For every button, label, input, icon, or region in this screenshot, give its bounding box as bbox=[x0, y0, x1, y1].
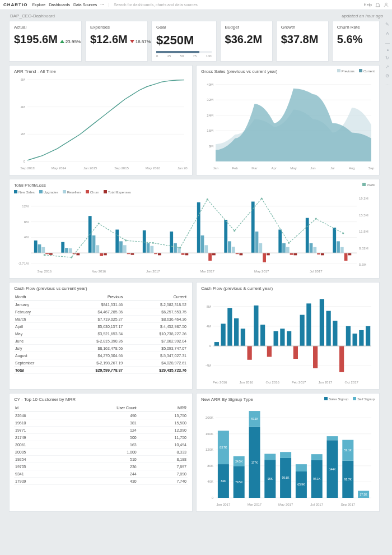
top-nav: Explore Dashboards Data Sources ⋯ bbox=[32, 3, 104, 7]
svg-text:Jan 2015: Jan 2015 bbox=[83, 166, 97, 170]
svg-text:Nov 2016: Nov 2016 bbox=[91, 270, 106, 273]
svg-text:Jul: Jul bbox=[330, 166, 335, 170]
svg-text:5.5M: 5.5M bbox=[359, 263, 366, 266]
user-icon[interactable] bbox=[384, 2, 389, 8]
svg-rect-70 bbox=[337, 241, 340, 253]
svg-text:12M: 12M bbox=[22, 205, 29, 208]
table-row: June$-2,815,390.26$7,062,992.04 bbox=[14, 337, 188, 345]
help-link[interactable]: Help bbox=[364, 3, 372, 7]
svg-rect-197 bbox=[296, 464, 307, 471]
svg-rect-51 bbox=[143, 230, 146, 253]
svg-rect-89 bbox=[208, 253, 212, 261]
svg-text:95K: 95K bbox=[268, 477, 273, 480]
nav-dashboards[interactable]: Dashboards bbox=[49, 3, 70, 7]
svg-text:177K: 177K bbox=[251, 461, 258, 464]
svg-text:Oct 2017: Oct 2017 bbox=[345, 381, 359, 384]
edit-icon[interactable]: ✎ bbox=[385, 22, 390, 26]
table-row: February$4,467,285.36$6,257,553.75 bbox=[14, 308, 188, 316]
svg-text:Jun 2016: Jun 2016 bbox=[239, 381, 253, 384]
search-input[interactable]: Search for dashboards, charts and data s… bbox=[109, 3, 359, 7]
svg-rect-143 bbox=[274, 331, 278, 346]
kpi-churn[interactable]: Churn Rate 5.6% bbox=[332, 21, 380, 62]
svg-rect-54 bbox=[224, 220, 227, 253]
svg-rect-53 bbox=[197, 202, 200, 253]
svg-text:200K: 200K bbox=[206, 416, 213, 419]
kpi-label: Growth bbox=[281, 25, 324, 30]
page-header: DAP_CEO-Dashboard updated an hour ago bbox=[0, 10, 392, 21]
cashflow-table-card[interactable]: Cash Flow (previous vs current year) Mon… bbox=[9, 282, 193, 390]
svg-rect-136 bbox=[227, 308, 232, 346]
table-row: May$3,521,653.34$10,738,227.26 bbox=[14, 330, 188, 337]
svg-point-112 bbox=[179, 247, 181, 248]
kpi-expenses[interactable]: Expenses $12.6M 18.87% bbox=[85, 21, 148, 62]
svg-text:144K: 144K bbox=[329, 468, 336, 471]
svg-rect-66 bbox=[228, 241, 231, 253]
chart-cashflow[interactable]: Cash Flow (previous & current year) -4M0… bbox=[196, 282, 380, 390]
logo[interactable]: CHARTIO bbox=[3, 2, 27, 7]
table-row: 200051,0008,333 bbox=[14, 448, 188, 456]
more-icon[interactable]: ⋯ bbox=[385, 82, 390, 87]
top10-card[interactable]: CY - Top 10 Customer by MRR Id User Coun… bbox=[9, 393, 193, 512]
kpi-growth[interactable]: Growth $37.8M bbox=[276, 21, 329, 62]
kpi-budget[interactable]: Budget $36.2M bbox=[220, 21, 273, 62]
svg-point-110 bbox=[125, 239, 127, 241]
table-row: September$-2,198,267.19$4,028,972.61 bbox=[14, 359, 188, 367]
profit-legend-right: Profit bbox=[362, 183, 375, 187]
svg-rect-96 bbox=[76, 253, 80, 255]
kpi-goal[interactable]: Goal $250M 0 25 50 75 100 bbox=[151, 21, 217, 62]
kpi-label: Budget bbox=[225, 25, 268, 30]
table-row: 2174950011,750 bbox=[14, 434, 188, 441]
kpi-value: $37.8M bbox=[281, 33, 319, 46]
svg-rect-91 bbox=[263, 253, 266, 262]
svg-rect-81 bbox=[313, 247, 316, 253]
text-tool-icon[interactable]: A bbox=[386, 31, 389, 36]
svg-text:84K: 84K bbox=[221, 479, 226, 483]
svg-text:8M: 8M bbox=[209, 145, 213, 148]
chart-new-arr[interactable]: New ARR By Signup Type Sales Signup Self… bbox=[196, 393, 380, 512]
svg-rect-85 bbox=[100, 253, 103, 256]
cashflow-bar-chart: -4M04M8MFeb 2016Jun 2016Oct 2016Feb 2017… bbox=[201, 293, 375, 386]
svg-rect-61 bbox=[92, 235, 96, 253]
nav-explore[interactable]: Explore bbox=[32, 3, 45, 7]
svg-rect-80 bbox=[286, 247, 290, 253]
table-row: April$5,630,157.17$-4,452,987.50 bbox=[14, 323, 188, 330]
settings-icon[interactable]: ⚙ bbox=[385, 73, 390, 78]
svg-text:120K: 120K bbox=[206, 448, 213, 451]
svg-rect-100 bbox=[185, 253, 188, 255]
svg-text:Aug: Aug bbox=[349, 166, 355, 170]
notifications-icon[interactable] bbox=[375, 2, 380, 8]
svg-rect-82 bbox=[340, 247, 344, 253]
svg-rect-104 bbox=[293, 253, 297, 255]
svg-text:Jan 2017: Jan 2017 bbox=[178, 166, 188, 170]
link-icon[interactable]: — bbox=[385, 40, 390, 45]
kpi-label: Actual bbox=[14, 25, 77, 30]
svg-rect-137 bbox=[234, 318, 239, 346]
svg-rect-142 bbox=[267, 346, 272, 357]
table-row: 1961038115,500 bbox=[14, 419, 188, 427]
kpi-actual[interactable]: Actual $195.6M 23.95% bbox=[9, 21, 82, 62]
gross-legend: Previous Current bbox=[337, 69, 375, 73]
share-icon[interactable]: ↗ bbox=[385, 64, 390, 69]
svg-rect-153 bbox=[339, 346, 344, 372]
svg-rect-48 bbox=[61, 242, 64, 253]
svg-text:79.5K: 79.5K bbox=[235, 480, 243, 484]
chart-gross-sales[interactable]: Gross Sales (previous vs current year) P… bbox=[196, 65, 380, 175]
svg-rect-69 bbox=[310, 243, 313, 253]
refresh-icon[interactable]: ↻ bbox=[385, 55, 390, 60]
nav-more[interactable]: ⋯ bbox=[100, 3, 104, 7]
chart-arr-trend[interactable]: ARR Trend - All Time 02M4M6MSep 2013May … bbox=[9, 65, 193, 175]
svg-text:24M: 24M bbox=[207, 114, 213, 117]
svg-text:0: 0 bbox=[209, 344, 212, 348]
svg-rect-155 bbox=[353, 334, 357, 346]
svg-rect-94 bbox=[344, 253, 348, 261]
svg-text:8.02M: 8.02M bbox=[359, 247, 368, 250]
svg-rect-203 bbox=[326, 436, 338, 440]
svg-rect-92 bbox=[290, 253, 293, 255]
svg-rect-99 bbox=[158, 253, 161, 255]
svg-rect-79 bbox=[259, 243, 262, 253]
svg-text:11.8M: 11.8M bbox=[359, 230, 368, 233]
chart-profit-loss[interactable]: Total Profit/Loss New Sales Upgrades Res… bbox=[9, 179, 380, 279]
svg-rect-64 bbox=[174, 243, 177, 253]
nav-data-sources[interactable]: Data Sources bbox=[73, 3, 97, 7]
table-row: Total$29,599,778.37$29,435,723.76 bbox=[14, 367, 188, 374]
